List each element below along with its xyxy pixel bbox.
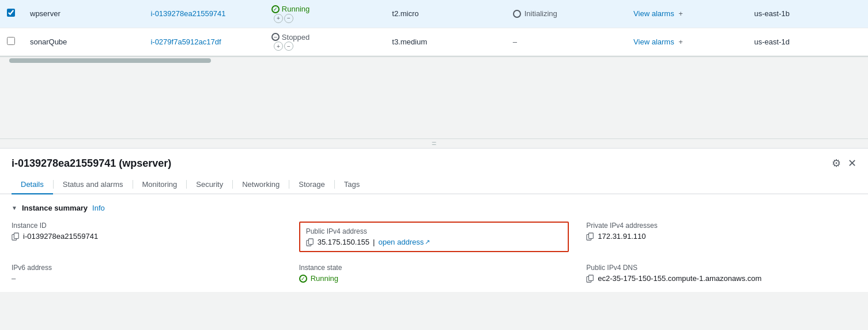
row-checkbox[interactable] <box>7 37 15 45</box>
scrollbar-thumb[interactable] <box>9 58 211 63</box>
detail-panel: i-0139278ea21559741 (wpserver) ⚙ ✕ Detai… <box>0 148 868 292</box>
table-row: sonarQube i-0279f7a5912ac17df Stopped + … <box>0 28 868 56</box>
zoom-icons: + − <box>274 42 293 51</box>
instance-name-cell: wpserver <box>23 0 144 28</box>
running-label: Running <box>311 274 338 283</box>
tab-status-and-alarms[interactable]: Status and alarms <box>54 175 133 194</box>
horizontal-scrollbar[interactable] <box>0 57 868 63</box>
tab-details[interactable]: Details <box>12 175 53 194</box>
table-row: wpserver i-0139278ea21559741 Running + −… <box>0 0 868 28</box>
dash-value: – <box>12 274 16 283</box>
detail-field-instance-state: Instance state Running <box>299 264 569 283</box>
status-cell: Stopped + − <box>265 28 385 56</box>
detail-grid: Instance ID i-0139278ea21559741 Public I… <box>12 222 856 283</box>
zoom-out-icon[interactable]: − <box>284 42 293 51</box>
instance-table-area: wpserver i-0139278ea21559741 Running + −… <box>0 0 868 57</box>
close-icon[interactable]: ✕ <box>848 157 856 170</box>
field-label: Public IPv4 DNS <box>586 264 856 272</box>
info-link[interactable]: Info <box>92 204 105 212</box>
row-checkbox[interactable] <box>7 9 15 17</box>
detail-field-private-ipv4-addresses: Private IPv4 addresses 172.31.91.110 <box>586 222 856 252</box>
zoom-icons: + − <box>274 14 293 23</box>
header-icons: ⚙ ✕ <box>832 157 856 170</box>
open-address-link[interactable]: open address ↗ <box>378 238 430 246</box>
view-alarms-link[interactable]: View alarms <box>633 9 674 18</box>
detail-field-ipv6-address: IPv6 address – <box>12 264 282 283</box>
field-label: Private IPv4 addresses <box>586 222 856 230</box>
instance-type: t3.medium <box>392 38 427 46</box>
zone-cell: us-east-1d <box>748 28 868 56</box>
view-alarms-cell[interactable]: View alarms + <box>627 28 747 56</box>
separator: | <box>373 238 375 246</box>
field-value: – <box>12 274 282 283</box>
collapse-icon[interactable]: ▼ <box>12 205 17 211</box>
instance-id-cell[interactable]: i-0139278ea21559741 <box>144 0 264 28</box>
svg-rect-3 <box>308 238 313 244</box>
field-value-text: i-0139278ea21559741 <box>23 232 98 241</box>
instance-id-link[interactable]: i-0279f7a5912ac17df <box>150 38 221 46</box>
section-title: Instance summary <box>22 204 88 212</box>
ip-address: 35.175.150.155 <box>318 238 369 246</box>
status-label: Stopped <box>282 33 310 42</box>
svg-rect-5 <box>589 232 594 238</box>
field-label: Instance state <box>299 264 569 272</box>
external-link-icon: ↗ <box>425 238 430 246</box>
status-cell: Running + − <box>265 0 385 28</box>
zoom-in-icon[interactable]: + <box>274 42 283 51</box>
alarm-status-label: Initializing <box>524 9 557 18</box>
row-checkbox-cell[interactable] <box>0 0 23 28</box>
copy-icon[interactable] <box>306 238 314 246</box>
instance-id-cell[interactable]: i-0279f7a5912ac17df <box>144 28 264 56</box>
field-value: i-0139278ea21559741 <box>12 232 282 241</box>
copy-icon[interactable] <box>586 275 594 283</box>
row-checkbox-cell[interactable] <box>0 28 23 56</box>
field-label: Instance ID <box>12 222 282 230</box>
tab-networking[interactable]: Networking <box>233 175 289 194</box>
status-stopped-icon <box>271 33 280 41</box>
zoom-in-icon[interactable]: + <box>274 14 283 23</box>
view-alarms-cell[interactable]: View alarms + <box>627 0 747 28</box>
availability-zone: us-east-1b <box>754 9 790 18</box>
detail-content: ▼ Instance summary Info Instance ID i-01… <box>0 194 868 292</box>
field-value-text: 172.31.91.110 <box>598 232 646 241</box>
empty-space <box>0 63 868 138</box>
tab-security[interactable]: Security <box>187 175 232 194</box>
detail-field-instance-id: Instance ID i-0139278ea21559741 <box>12 222 282 252</box>
instance-id-link[interactable]: i-0139278ea21559741 <box>150 9 225 18</box>
detail-title: i-0139278ea21559741 (wpserver) <box>12 158 171 170</box>
settings-icon[interactable]: ⚙ <box>832 157 841 170</box>
field-value: 172.31.91.110 <box>586 232 856 241</box>
add-alarm-icon[interactable]: + <box>678 9 683 18</box>
field-value: Running <box>299 274 569 283</box>
tab-storage[interactable]: Storage <box>289 175 334 194</box>
field-value: 35.175.150.155 | open address ↗ <box>306 238 563 246</box>
highlighted-field-box: Public IPv4 address 35.175.150.155 | ope… <box>299 222 569 252</box>
running-status-icon <box>299 275 307 283</box>
availability-zone: us-east-1d <box>754 38 790 46</box>
instance-name: wpserver <box>30 9 61 18</box>
copy-icon[interactable] <box>12 232 20 241</box>
view-alarms-link[interactable]: View alarms <box>633 38 674 46</box>
instance-name: sonarQube <box>30 38 67 46</box>
instance-type-cell: t2.micro <box>385 0 505 28</box>
alarm-status-cell: Initializing <box>506 0 627 28</box>
instance-name-cell: sonarQube <box>23 28 144 56</box>
zoom-out-icon[interactable]: − <box>284 14 293 23</box>
section-header: ▼ Instance summary Info <box>12 204 856 212</box>
field-value-text: ec2-35-175-150-155.compute-1.amazonaws.c… <box>598 274 761 283</box>
tab-tags[interactable]: Tags <box>335 175 369 194</box>
add-alarm-icon[interactable]: + <box>678 38 683 46</box>
alarm-status-cell: – <box>506 28 627 56</box>
svg-rect-1 <box>14 232 18 238</box>
status-label: Running <box>282 5 310 13</box>
resize-handle[interactable]: = <box>0 138 868 148</box>
detail-header: i-0139278ea21559741 (wpserver) ⚙ ✕ <box>0 149 868 170</box>
tab-monitoring[interactable]: Monitoring <box>133 175 187 194</box>
instances-table: wpserver i-0139278ea21559741 Running + −… <box>0 0 868 56</box>
copy-icon[interactable] <box>586 232 594 241</box>
field-value: ec2-35-175-150-155.compute-1.amazonaws.c… <box>586 274 856 283</box>
field-label: Public IPv4 address <box>306 227 563 235</box>
clock-icon <box>513 10 521 18</box>
detail-field-public-ipv4-dns: Public IPv4 DNS ec2-35-175-150-155.compu… <box>586 264 856 283</box>
status-running-icon <box>271 5 280 13</box>
